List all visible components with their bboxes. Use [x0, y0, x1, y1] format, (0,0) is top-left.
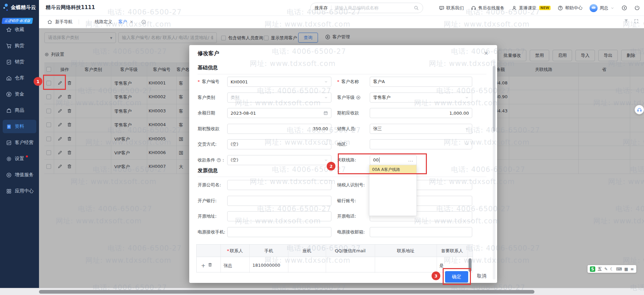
- delete-contact-icon[interactable]: [208, 262, 212, 267]
- topbar-link-contact-us[interactable]: 联系我们: [439, 5, 464, 11]
- field-customer-code[interactable]: KH0001: [227, 77, 331, 87]
- field-linked-route[interactable]: 00...: [370, 155, 417, 165]
- topbar-link-after-sales-service[interactable]: 售后在线服务: [471, 5, 505, 11]
- cancel-button[interactable]: 取消: [477, 273, 486, 279]
- label-text: 客户类别: [198, 93, 215, 103]
- field-einvoice-email[interactable]: [370, 227, 472, 237]
- more-icon[interactable]: ...: [408, 157, 413, 162]
- app-window: 精斗云网络科技1111 搜库存 请输入商品编码或名称 联系我们售后在线服务直播课…: [0, 0, 644, 295]
- field-label-einvoice-email: 电票接收邮箱:: [337, 227, 369, 237]
- topbar-link-help-center[interactable]: 帮助中心: [558, 5, 582, 11]
- ok-button[interactable]: 确定: [445, 271, 468, 283]
- tab-close-icon[interactable]: ✕: [130, 20, 133, 24]
- ime-icon-2[interactable]: ⌨: [616, 267, 622, 271]
- sidebar-item-warehouse[interactable]: 仓库: [3, 71, 36, 85]
- ime-icon-0[interactable]: ✎: [604, 267, 608, 271]
- field-invoice-company[interactable]: [227, 180, 331, 190]
- sidebar-item-purchase[interactable]: 购货: [3, 39, 36, 52]
- power-icon[interactable]: [634, 5, 640, 11]
- sidebar-item-settings[interactable]: 设置: [3, 152, 36, 165]
- help-icon[interactable]: [216, 158, 221, 162]
- required-asterisk: *: [198, 77, 200, 87]
- label-text: 开户银行:: [198, 196, 216, 206]
- play-circle-icon[interactable]: [356, 95, 361, 100]
- field-initial-prepaid[interactable]: 350.00: [227, 124, 331, 134]
- topbar-link-live-class[interactable]: 直播课堂NEW: [512, 5, 551, 11]
- back-icon[interactable]: [621, 5, 627, 11]
- search-icon[interactable]: [414, 5, 419, 10]
- field-einvoice-mobile[interactable]: [227, 227, 331, 237]
- chevron-down-icon[interactable]: [465, 127, 469, 131]
- tab-新手导航[interactable]: 新手导航: [54, 19, 74, 25]
- ime-icon-3[interactable]: ▦: [624, 267, 628, 271]
- label-text: 纳税人识别号:: [337, 180, 365, 190]
- sidebar-item-label: 资金: [15, 91, 24, 97]
- contacts-scrollbar-thumb[interactable]: [469, 258, 472, 272]
- field-label-invoice-company: 开票公司名:: [198, 180, 227, 190]
- sidebar-item-label: 客户经营: [15, 140, 34, 146]
- scrollbar-thumb[interactable]: [39, 290, 534, 294]
- sidebar-item-sales[interactable]: 销货: [3, 55, 36, 69]
- tab-线路定义[interactable]: 线路定义: [93, 19, 114, 25]
- chevron-down-icon[interactable]: [324, 158, 328, 162]
- section-basic-title: 基础信息: [198, 65, 218, 71]
- horizontal-scrollbar[interactable]: [0, 288, 644, 295]
- field-value: 张三: [373, 126, 382, 132]
- home-tab-icon[interactable]: [47, 19, 52, 25]
- sidebar-item-favorites[interactable]: 收藏: [3, 23, 36, 36]
- ime-logo[interactable]: S: [590, 266, 595, 272]
- tab-客户[interactable]: 客户✕: [117, 19, 134, 25]
- add-contact-button[interactable]: +: [201, 262, 205, 269]
- grid-icon: [6, 188, 12, 194]
- header-text: QQ/微信/Email: [335, 248, 365, 253]
- field-label-initial-prepaid: 期初预收款: [198, 124, 227, 134]
- inventory-search[interactable]: 搜库存 请输入商品编码或名称: [310, 3, 423, 13]
- ime-mode[interactable]: 五: [598, 266, 602, 272]
- chevron-down-icon[interactable]: [324, 96, 328, 100]
- modal-scrollbar[interactable]: [493, 59, 495, 280]
- chevron-down-icon[interactable]: [465, 142, 469, 146]
- scroll-top-icon[interactable]: [624, 19, 629, 24]
- route-option[interactable]: 00A A客户线路: [369, 165, 416, 174]
- field-customer-level[interactable]: 零售客户: [370, 93, 472, 103]
- label-suffix: :: [223, 155, 224, 165]
- help-floating-button[interactable]: [635, 105, 644, 114]
- sidebar-item-funds[interactable]: 资金: [3, 87, 36, 101]
- chevron-down-icon[interactable]: [324, 80, 328, 84]
- column-divider: [249, 245, 250, 273]
- sidebar: 金蝶精斗云 云进销存·标准版 收藏购货销货仓库资金商品资料客户经营设置增值服务应…: [0, 0, 39, 288]
- field-initial-receivable[interactable]: 1,000.00: [370, 108, 472, 118]
- field-bank-name[interactable]: [227, 196, 331, 206]
- calendar-icon[interactable]: [323, 111, 328, 115]
- tab-list-icon[interactable]: [141, 20, 146, 25]
- tab-bar: 新手导航线路定义客户✕: [39, 16, 644, 28]
- sidebar-item-customer-ops[interactable]: 客户经营: [3, 136, 36, 149]
- search-prefix-label: 搜库存: [315, 5, 328, 11]
- field-payment-terms[interactable]: (空): [227, 155, 331, 165]
- sidebar-item-goods[interactable]: 商品: [3, 104, 36, 117]
- scrollbar-thumb[interactable]: [493, 66, 495, 132]
- field-invoice-address[interactable]: [227, 211, 331, 221]
- header-text: 手机: [265, 248, 273, 253]
- sidebar-item-app-center[interactable]: 应用中心: [3, 184, 36, 198]
- field-salesperson[interactable]: 张三: [370, 124, 472, 134]
- chevron-down-icon[interactable]: [465, 96, 469, 100]
- label-text: 期初应收款: [337, 108, 359, 118]
- field-region[interactable]: [370, 139, 472, 149]
- close-icon[interactable]: ✕: [484, 50, 488, 57]
- field-customer-category[interactable]: 类别: [227, 93, 331, 103]
- ime-icon-1[interactable]: ☾: [610, 267, 614, 271]
- ime-icon-4[interactable]: ≡: [631, 267, 634, 271]
- field-customer-name[interactable]: 客户A: [370, 77, 472, 87]
- field-delivery-method[interactable]: (空): [227, 139, 331, 149]
- user-menu[interactable]: 周总: [590, 4, 614, 12]
- sidebar-item-data[interactable]: 资料: [3, 120, 36, 133]
- field-value: 客户A: [373, 79, 385, 85]
- sidebar-item-value-added[interactable]: 增值服务: [3, 168, 36, 182]
- fullscreen-icon[interactable]: [634, 19, 639, 24]
- field-balance-date[interactable]: 2023-08-01: [227, 108, 331, 118]
- ime-toolbar: S五✎☾⌨▦≡: [588, 265, 636, 273]
- chevron-down-icon[interactable]: [324, 142, 328, 146]
- header-text: 联系人: [230, 248, 243, 253]
- avatar: [590, 4, 598, 12]
